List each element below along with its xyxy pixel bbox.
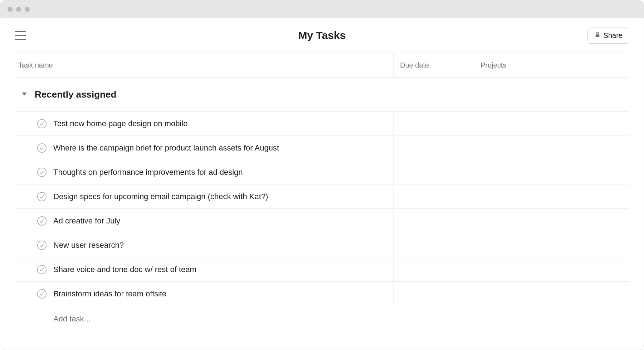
- task-extra-cell[interactable]: [595, 160, 629, 184]
- svg-point-1: [38, 119, 47, 128]
- task-due-cell[interactable]: [393, 257, 474, 281]
- column-header-task-name[interactable]: Task name: [15, 61, 393, 69]
- task-row[interactable]: New user research?: [15, 233, 629, 257]
- window-minimize-button[interactable]: [16, 7, 21, 12]
- task-row[interactable]: Ad creative for July: [15, 208, 629, 233]
- task-extra-cell[interactable]: [595, 112, 629, 135]
- check-circle-icon[interactable]: [37, 192, 47, 202]
- window-maximize-button[interactable]: [25, 7, 30, 12]
- task-projects-cell[interactable]: [474, 209, 595, 233]
- task-projects-cell[interactable]: [474, 112, 595, 135]
- task-row[interactable]: Thoughts on performance improvements for…: [15, 160, 629, 184]
- task-name: Test new home page design on mobile: [53, 119, 187, 128]
- task-name: New user research?: [53, 241, 124, 250]
- check-circle-icon[interactable]: [37, 289, 47, 299]
- task-row[interactable]: Share voice and tone doc w/ rest of team: [15, 257, 629, 281]
- svg-rect-0: [595, 34, 599, 37]
- task-projects-cell[interactable]: [474, 233, 595, 257]
- task-row[interactable]: Where is the campaign brief for product …: [15, 135, 629, 160]
- column-headers: Task name Due date Projects: [15, 53, 629, 78]
- task-name: Ad creative for July: [53, 216, 120, 226]
- task-extra-cell[interactable]: [595, 184, 629, 208]
- task-name: Thoughts on performance improvements for…: [53, 168, 243, 177]
- lock-icon: [594, 31, 601, 40]
- app-header: My Tasks Share: [0, 18, 644, 53]
- task-due-cell[interactable]: [393, 233, 474, 257]
- window-titlebar: [0, 0, 644, 18]
- add-task-extra-cell: [595, 306, 629, 332]
- add-task-row[interactable]: Add task...: [15, 306, 629, 332]
- column-header-projects[interactable]: Projects: [474, 53, 595, 77]
- add-task-due-cell: [393, 306, 474, 332]
- task-projects-cell[interactable]: [474, 282, 595, 306]
- check-circle-icon[interactable]: [37, 216, 47, 226]
- share-button[interactable]: Share: [587, 28, 629, 44]
- task-extra-cell[interactable]: [595, 209, 629, 233]
- menu-icon[interactable]: [15, 31, 26, 40]
- task-due-cell[interactable]: [393, 209, 474, 233]
- task-due-cell[interactable]: [393, 160, 474, 184]
- check-circle-icon[interactable]: [37, 240, 47, 250]
- column-header-extra[interactable]: [595, 53, 629, 77]
- svg-point-8: [38, 289, 47, 298]
- window-close-button[interactable]: [8, 7, 13, 12]
- page-title: My Tasks: [298, 29, 346, 41]
- task-name: Where is the campaign brief for product …: [53, 143, 279, 153]
- app-window: My Tasks Share Task name Due date Projec…: [0, 0, 644, 350]
- main-content: Task name Due date Projects Recently ass…: [0, 53, 644, 332]
- task-extra-cell[interactable]: [595, 233, 629, 257]
- svg-point-6: [38, 241, 47, 250]
- add-task-label[interactable]: Add task...: [15, 314, 393, 324]
- task-extra-cell[interactable]: [595, 257, 629, 281]
- add-task-projects-cell: [474, 306, 595, 332]
- svg-point-2: [38, 143, 47, 152]
- task-projects-cell[interactable]: [474, 136, 595, 160]
- chevron-down-icon[interactable]: [22, 92, 28, 97]
- check-circle-icon[interactable]: [37, 143, 47, 153]
- check-circle-icon[interactable]: [37, 265, 47, 275]
- task-projects-cell[interactable]: [474, 160, 595, 184]
- check-circle-icon[interactable]: [37, 167, 47, 177]
- column-header-due-date[interactable]: Due date: [393, 53, 474, 77]
- task-extra-cell[interactable]: [595, 282, 629, 306]
- task-row[interactable]: Design specs for upcoming email campaign…: [15, 184, 629, 208]
- task-row[interactable]: Brainstorm ideas for team offsite: [15, 281, 629, 306]
- task-list: Test new home page design on mobile Wher…: [15, 111, 629, 306]
- check-circle-icon[interactable]: [37, 119, 47, 129]
- section-header[interactable]: Recently assigned: [15, 78, 629, 111]
- task-extra-cell[interactable]: [595, 136, 629, 160]
- task-name: Share voice and tone doc w/ rest of team: [53, 265, 196, 274]
- svg-point-5: [38, 216, 47, 225]
- task-row[interactable]: Test new home page design on mobile: [15, 111, 629, 135]
- svg-point-4: [38, 192, 47, 201]
- share-button-label: Share: [604, 31, 623, 40]
- task-name: Brainstorm ideas for team offsite: [53, 289, 166, 299]
- task-due-cell[interactable]: [393, 136, 474, 160]
- task-due-cell[interactable]: [393, 112, 474, 135]
- svg-point-3: [38, 168, 47, 177]
- task-due-cell[interactable]: [393, 282, 474, 306]
- task-projects-cell[interactable]: [474, 257, 595, 281]
- svg-point-7: [38, 265, 47, 274]
- task-projects-cell[interactable]: [474, 184, 595, 208]
- task-name: Design specs for upcoming email campaign…: [53, 192, 268, 201]
- section-title: Recently assigned: [35, 89, 116, 100]
- task-due-cell[interactable]: [393, 184, 474, 208]
